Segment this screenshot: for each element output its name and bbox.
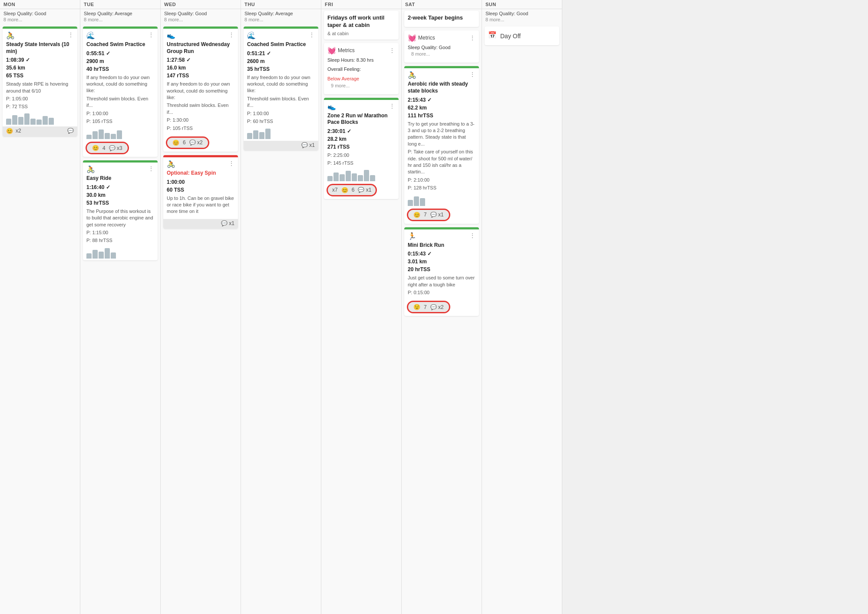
card-plan3: P: 105 rTSS [167,125,234,132]
bar [259,132,264,139]
card-plan3: P: 60 hrTSS [247,118,315,125]
bar [99,129,104,139]
card-stat-dist: 16.0 km [167,64,234,72]
metrics-icon: 💓 [327,46,336,55]
card-desc: If any freedom to do your own workout, c… [247,74,315,94]
bar [92,250,98,259]
card-menu-icon[interactable]: ⋮ [469,232,475,239]
comment-icon[interactable]: 💬 [67,128,74,134]
day-header-sun: SUN [482,0,562,9]
card-header: 🚴 ⋮ [167,160,234,168]
card-menu-icon[interactable]: ⋮ [228,160,234,167]
metrics-header: 💓 Metrics ⋮ [408,34,475,42]
run-icon: 🏃 [408,232,416,240]
card-header: 👟 ⋮ [167,31,234,40]
metrics-more-sat[interactable]: 8 more... [408,51,475,59]
bar [12,115,17,125]
bar [408,200,413,206]
day-header-thu: THU [241,0,321,9]
comment-icon[interactable]: 💬 x1 [430,212,444,218]
emoji-icon: 😊 [6,128,13,134]
emoji-icon: 😊 [341,187,348,193]
day-off-card: 📅 Day Off [485,27,559,45]
overall-feeling-label: Overall Feeling: [327,66,395,73]
card-header: 🏃 ⋮ [408,232,475,240]
emoji-icon: 😟 [413,304,420,310]
bar [86,253,92,259]
bar-chart [404,196,479,208]
reaction-count: 6 [352,187,355,193]
card-plan2: P: 88 hrTSS [86,237,154,244]
special-title: Fridays off work until taper & at cabin [327,14,395,29]
bar [6,119,11,125]
comment-icon[interactable]: 💬 x1 [221,220,234,226]
more-link-thu[interactable]: 8 more... [241,17,321,25]
bar [36,119,42,125]
comment-icon[interactable]: 💬 x2 [430,304,444,310]
more-link-sun[interactable]: 8 more... [482,17,562,25]
metrics-icon: 💓 [408,34,416,42]
card-stat-tss: 40 hrTSS [86,65,154,73]
bar [340,174,345,181]
metrics-more[interactable]: 9 more... [327,83,395,91]
bar [358,175,363,181]
card-plan: Threshold swim blocks. Even if... [167,102,234,116]
card-coached-swim-thu: 🌊 ⋮ Coached Swim Practice 0:51:21 ✓ 2600… [244,27,318,150]
sleep-quality-sat: Sleep Quality: Good [408,44,475,52]
metrics-header: 💓 Metrics ⋮ [327,46,395,55]
comment-icon[interactable]: 💬 x3 [109,145,122,151]
metrics-menu[interactable]: ⋮ [389,47,395,54]
card-stat-tss: 111 hrTSS [408,112,475,119]
comment-icon[interactable]: 💬 x2 [189,139,203,146]
bar [105,248,110,259]
card-desc: The Purpose of this workout is to build … [86,208,154,228]
more-link-tue[interactable]: 8 more... [80,17,160,25]
card-stat-time: 2:15:43 ✓ [408,96,475,104]
day-column-thu: THU Sleep Quality: Average 8 more... 🌊 ⋮… [241,0,321,614]
card-desc: Just get used to some turn over right af… [408,275,475,288]
card-menu-icon[interactable]: ⋮ [228,31,234,38]
card-menu-icon[interactable]: ⋮ [148,31,154,38]
more-link-wed[interactable]: 8 more... [161,17,241,25]
card-stat-time: 0:15:43 ✓ [408,250,475,258]
day-header-mon: MON [0,0,80,9]
sleep-quality-thu: Sleep Quality: Average [241,9,321,17]
day-header-sat: SAT [402,0,482,9]
card-stat-tss: 20 hrTSS [408,266,475,273]
more-link-mon[interactable]: 8 more... [0,17,80,25]
bar [364,170,369,181]
card-menu-icon[interactable]: ⋮ [148,165,154,172]
card-group-run: 👟 ⋮ Unstructured Wednesday Group Run 1:2… [163,27,238,152]
card-menu-icon[interactable]: ⋮ [309,31,315,38]
day-header-tue: TUE [80,0,160,9]
card-plan2: P: 72 TSS [6,103,74,110]
reaction-count: 4 [102,145,106,151]
reaction-count: 7 [424,212,427,218]
card-title: Unstructured Wednesday Group Run [167,41,234,55]
card-plan: P: 1:15:00 [86,229,154,236]
card-stat-time: 1:16:40 ✓ [86,183,154,191]
card-desc: Steady state RPE is hovering around that… [6,81,74,94]
card-menu-icon[interactable]: ⋮ [68,31,74,38]
bike-icon: 🚴 [6,31,15,40]
card-stat-tss: 147 rTSS [167,72,234,80]
bar [247,133,252,139]
day-off-label: Day Off [500,33,521,40]
sleep-quality-mon: Sleep Quality: Good [0,9,80,17]
card-header: 🚴 ⋮ [86,165,154,173]
card-aerobic-ride: 🚴 ⋮ Aerobic ride with steady state block… [404,66,479,223]
card-stat-dist: 35.6 km [6,64,74,72]
card-menu-icon[interactable]: ⋮ [389,103,395,110]
card-steady-state: 🚴 ⋮ Steady State Intervals (10 min) 1:08… [3,27,77,136]
card-desc: If any freedom to do your own workout, c… [167,81,234,101]
card-plan2: P: 2:10:00 [408,177,475,183]
comment-icon[interactable]: 💬 x1 [358,187,371,193]
metrics-label: Metrics [418,35,435,41]
comment-icon[interactable]: 💬 x1 [301,142,315,148]
emoji-icon: 😊 [413,212,420,218]
card-plan2: P: 1:30:00 [167,117,234,123]
card-header: 👟 ⋮ [327,103,395,111]
card-menu-icon[interactable]: ⋮ [469,71,475,78]
metrics-menu[interactable]: ⋮ [469,34,475,41]
card-desc: Up to 1h. Can be on gravel bike or race … [167,195,234,215]
